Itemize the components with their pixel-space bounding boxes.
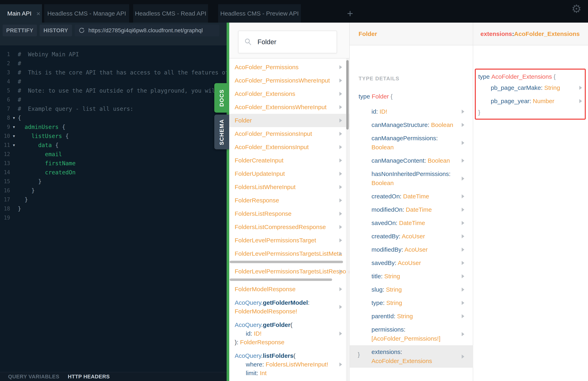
tab-main-api[interactable]: Main API× (0, 4, 42, 22)
field-row[interactable]: extensions: AcoFolder_Extensions (350, 345, 473, 368)
endpoint-url-bar[interactable]: https://d2785gi4qi6pw8.cloudfront.net/gr… (75, 25, 219, 36)
chevron-right-icon (339, 212, 342, 216)
docs-item[interactable]: Folder (229, 114, 349, 127)
field-row[interactable]: parentId: String (350, 310, 473, 323)
docs-item[interactable]: AcoQuery.listFolders(where: FoldersListW… (229, 349, 349, 380)
panel-divider[interactable] (227, 22, 229, 381)
chevron-right-icon (462, 234, 464, 238)
docs-item-line: id: ID! (235, 329, 349, 338)
chevron-right-icon (462, 301, 464, 305)
docs-item[interactable]: FolderLevelPermissionsTarget (229, 234, 349, 247)
docs-item-line: ): FolderResponse (235, 338, 349, 346)
docs-item[interactable]: AcoFolder_ExtensionsWhereInput (229, 101, 349, 114)
docs-search-input[interactable] (257, 38, 331, 46)
docs-scrollbar[interactable] (346, 59, 349, 381)
docs-item[interactable]: FolderResponse (229, 194, 349, 207)
chevron-right-icon (339, 238, 342, 242)
docs-item-line: FolderModelResponse! (235, 307, 349, 316)
http-headers-tab[interactable]: HTTP HEADERS (68, 374, 110, 380)
code-line: 9▾ adminUsers { (0, 123, 227, 132)
field-row[interactable]: canManageContent: Boolean (350, 154, 473, 167)
close-tab-icon[interactable]: × (36, 10, 40, 17)
tab-headless-cms-manage-api[interactable]: Headless CMS - Manage API (44, 4, 129, 22)
docs-item-line: where: FoldersListWhereInput! (235, 360, 349, 369)
docs-item[interactable]: AcoQuery.getFolder(id: ID!): FolderRespo… (229, 318, 349, 349)
prettify-button[interactable]: PRETTIFY (3, 25, 37, 36)
chevron-right-icon (579, 86, 582, 90)
docs-search-box[interactable] (238, 31, 337, 53)
field-row[interactable]: modifiedOn: DateTime (350, 203, 473, 216)
chevron-right-icon (462, 123, 464, 127)
field-row[interactable]: savedBy: AcoUser (350, 256, 473, 270)
chevron-right-icon (339, 65, 342, 69)
field-row[interactable]: hasNonInheritedPermissions:Boolean (350, 167, 473, 190)
code-line: 3# This is the core API that has access … (0, 68, 227, 77)
docs-side-tab[interactable]: DOCS (214, 83, 229, 113)
code-line: 2# (0, 59, 227, 68)
field-row[interactable]: title: String (350, 270, 473, 283)
docs-item[interactable]: AcoFolder_ExtensionsInput (229, 140, 349, 154)
tab-headless-cms-preview-api[interactable]: Headless CMS - Preview API (218, 4, 301, 22)
chevron-right-icon (339, 287, 342, 291)
tab-headless-cms-read-api[interactable]: Headless CMS - Read API (133, 4, 208, 22)
field-row[interactable]: modifiedBy: AcoUser (350, 243, 473, 256)
chevron-right-icon (462, 109, 464, 114)
chevron-right-icon (462, 194, 464, 198)
type-details-label: TYPE DETAILS (358, 75, 399, 82)
docs-item[interactable]: AcoFolder_Permissions (229, 61, 349, 74)
field-row[interactable]: pb_page_carMake: String (476, 81, 585, 94)
docs-item[interactable]: AcoQuery.getFolderModel:FolderModelRespo… (229, 296, 349, 318)
chevron-right-icon (462, 314, 464, 318)
graphql-playground: Main API×Headless CMS - Manage APIHeadle… (0, 0, 588, 381)
query-variables-tab[interactable]: QUERY VARIABLES (8, 374, 59, 380)
docs-item[interactable]: FolderCreateInput (229, 154, 349, 167)
chevron-right-icon (462, 141, 464, 145)
code-line: 11▾ data { (0, 141, 227, 150)
docs-item[interactable]: FoldersListResponse (229, 207, 349, 220)
settings-gear-icon[interactable]: ⚙ (571, 3, 582, 15)
field-row[interactable]: permissions:[AcoFolder_Permissions!] (350, 323, 473, 345)
docs-item[interactable]: FolderLevelPermissionsTargetsListMeta (229, 247, 349, 260)
closing-brace: } (358, 351, 360, 358)
docs-item[interactable]: AcoFolder_Extensions (229, 87, 349, 101)
schema-side-tab[interactable]: SCHEMA (214, 115, 229, 149)
horizontal-scrollbar[interactable] (230, 261, 343, 263)
field-row[interactable]: slug: String (350, 283, 473, 296)
extensions-field-name: extensions (481, 30, 512, 37)
new-tab-button[interactable]: + (343, 4, 357, 22)
docs-item[interactable]: FolderUpdateInput (229, 167, 349, 180)
chevron-right-icon (462, 248, 464, 252)
query-editor[interactable]: 1# Webiny Main API2#3# This is the core … (0, 45, 227, 372)
chevron-right-icon (339, 132, 342, 136)
docs-scrollbar-thumb[interactable] (346, 60, 349, 129)
field-row[interactable]: canManagePermissions: Boolean (350, 132, 473, 154)
field-row[interactable]: type: String (350, 296, 473, 310)
horizontal-scrollbar[interactable] (230, 278, 332, 281)
field-row[interactable]: canManageStructure: Boolean (350, 118, 473, 132)
docs-item[interactable]: FolderLevelPermissionsTargetsListRespons… (229, 265, 349, 278)
chevron-right-icon (339, 118, 342, 123)
field-row[interactable]: savedOn: DateTime (350, 216, 473, 230)
code-line: 4# (0, 77, 227, 86)
extensions-panel-header: extensions: AcoFolder_Extensions (473, 22, 588, 45)
field-row[interactable]: pb_page_year: Number (476, 94, 585, 108)
history-button[interactable]: HISTORY (40, 25, 72, 36)
docs-item[interactable]: FoldersListWhereInput (229, 180, 349, 194)
code-line: 15 } (0, 177, 227, 186)
docs-item[interactable]: AcoFolder_PermissionsWhereInput (229, 74, 349, 87)
chevron-right-icon (339, 252, 342, 256)
docs-item[interactable]: FolderModelResponse (229, 282, 349, 296)
chevron-right-icon (462, 261, 464, 265)
field-row[interactable]: createdOn: DateTime (350, 190, 473, 203)
field-row[interactable]: createdBy: AcoUser (350, 230, 473, 243)
chevron-right-icon (462, 274, 464, 278)
docs-item-line: limit: Int (235, 369, 349, 377)
code-line: 7# Example query - list all users: (0, 104, 227, 113)
docs-item[interactable]: FoldersListCompressedResponse (229, 220, 349, 234)
field-row[interactable]: id: ID! (350, 105, 473, 118)
code-line: 16 } (0, 186, 227, 195)
chevron-right-icon (462, 208, 464, 212)
search-icon (244, 38, 252, 46)
chevron-right-icon (339, 269, 342, 274)
docs-item[interactable]: AcoFolder_PermissionsInput (229, 127, 349, 140)
